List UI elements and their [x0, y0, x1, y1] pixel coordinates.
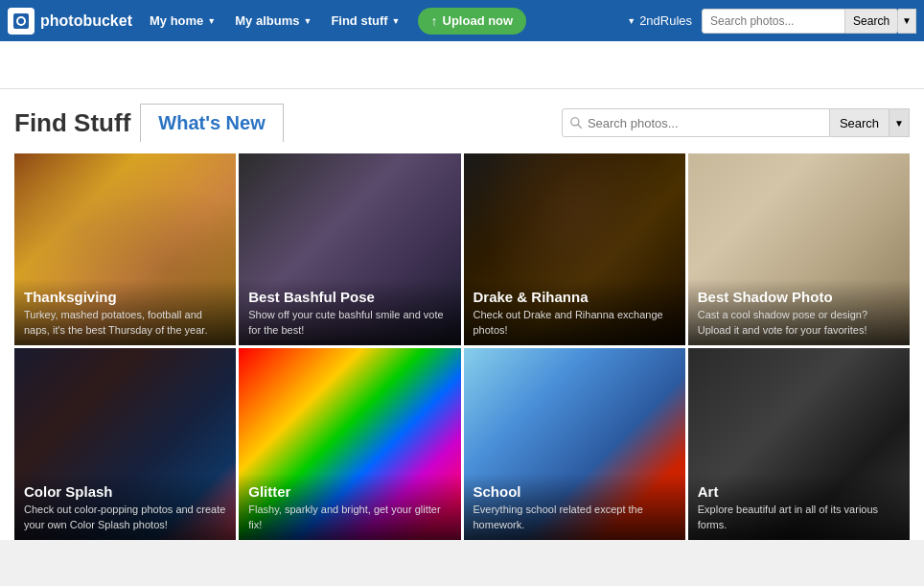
header-row: Find Stuff What's New Search ▼: [14, 104, 910, 142]
grid-desc-school: Everything school related except the hom…: [474, 503, 676, 532]
top-search-input[interactable]: [702, 9, 845, 34]
grid-desc-art: Explore beautiful art in all of its vari…: [698, 503, 900, 532]
main-search-input[interactable]: [562, 108, 830, 137]
top-search-area: Search ▼: [702, 9, 916, 34]
grid-overlay-school: School Everything school related except …: [464, 474, 685, 540]
upload-icon: ↑: [431, 13, 438, 29]
logo-text: photobucket: [40, 12, 132, 30]
chevron-down-icon: ▼: [392, 16, 401, 26]
grid-item-glitter[interactable]: Glitter Flashy, sparkly and bright, get …: [239, 348, 460, 540]
grid-overlay-bashful: Best Bashful Pose Show off your cute bas…: [239, 279, 460, 345]
grid-overlay-art: Art Explore beautiful art in all of its …: [688, 474, 910, 540]
grid-desc-thanksgiving: Turkey, mashed potatoes, football and na…: [24, 308, 226, 338]
user-area[interactable]: ▼ 2ndRules: [627, 13, 692, 28]
top-search-button[interactable]: Search: [845, 9, 898, 34]
grid-desc-colorsplash: Check out color-popping photos and creat…: [24, 503, 226, 532]
grid-overlay-glitter: Glitter Flashy, sparkly and bright, get …: [239, 474, 460, 540]
grid-desc-bashful: Show off your cute bashful smile and vot…: [248, 308, 450, 338]
secondary-bar: [0, 41, 924, 89]
grid-item-art[interactable]: Art Explore beautiful art in all of its …: [688, 348, 910, 540]
page-title: Find Stuff: [14, 108, 130, 138]
grid-item-thanksgiving[interactable]: Thanksgiving Turkey, mashed potatoes, fo…: [14, 153, 236, 345]
grid-title-school: School: [474, 483, 676, 500]
grid-item-drake[interactable]: Drake & Rihanna Check out Drake and Riha…: [464, 153, 685, 345]
grid-title-glitter: Glitter: [248, 483, 450, 500]
grid-desc-shadow: Cast a cool shadow pose or design? Uploa…: [698, 308, 900, 338]
main-search-area: Search ▼: [562, 108, 910, 137]
logo-area[interactable]: photobucket: [8, 8, 132, 35]
grid-title-shadow: Best Shadow Photo: [698, 289, 900, 305]
main-content: Find Stuff What's New Search ▼ Thanksgiv…: [0, 89, 924, 540]
grid-item-school[interactable]: School Everything school related except …: [464, 348, 685, 540]
whats-new-tab[interactable]: What's New: [140, 104, 283, 142]
grid-desc-drake: Check out Drake and Rihanna exchange pho…: [474, 308, 676, 338]
main-search-button[interactable]: Search: [830, 108, 889, 137]
photo-grid: Thanksgiving Turkey, mashed potatoes, fo…: [14, 153, 910, 540]
grid-overlay-shadow: Best Shadow Photo Cast a cool shadow pos…: [688, 279, 910, 345]
chevron-down-icon: ▼: [627, 16, 635, 26]
grid-title-art: Art: [698, 483, 900, 500]
grid-item-bashful[interactable]: Best Bashful Pose Show off your cute bas…: [239, 153, 460, 345]
top-navigation: photobucket My home ▼ My albums ▼ Find s…: [0, 0, 924, 41]
search-dropdown-arrow[interactable]: ▼: [898, 9, 916, 34]
grid-overlay-colorsplash: Color Splash Check out color-popping pho…: [14, 474, 236, 540]
nav-find-stuff[interactable]: Find stuff ▼: [321, 0, 409, 41]
grid-title-drake: Drake & Rihanna: [474, 289, 676, 305]
chevron-down-icon: ▼: [207, 16, 216, 26]
upload-button[interactable]: ↑ Upload now: [418, 8, 527, 35]
nav-my-albums[interactable]: My albums ▼: [225, 0, 321, 41]
chevron-down-icon: ▼: [303, 16, 312, 26]
nav-my-home[interactable]: My home ▼: [140, 0, 225, 41]
svg-point-2: [18, 18, 24, 24]
grid-overlay-thanksgiving: Thanksgiving Turkey, mashed potatoes, fo…: [14, 279, 236, 345]
grid-item-shadow[interactable]: Best Shadow Photo Cast a cool shadow pos…: [688, 153, 910, 345]
grid-item-colorsplash[interactable]: Color Splash Check out color-popping pho…: [14, 348, 236, 540]
main-search-dropdown-arrow[interactable]: ▼: [889, 108, 910, 137]
grid-desc-glitter: Flashy, sparkly and bright, get your gli…: [248, 503, 450, 532]
grid-overlay-drake: Drake & Rihanna Check out Drake and Riha…: [464, 279, 685, 345]
logo-icon: [8, 8, 35, 35]
username: 2ndRules: [639, 13, 692, 28]
grid-title-colorsplash: Color Splash: [24, 483, 226, 500]
grid-title-bashful: Best Bashful Pose: [248, 289, 450, 305]
grid-title-thanksgiving: Thanksgiving: [24, 289, 226, 305]
